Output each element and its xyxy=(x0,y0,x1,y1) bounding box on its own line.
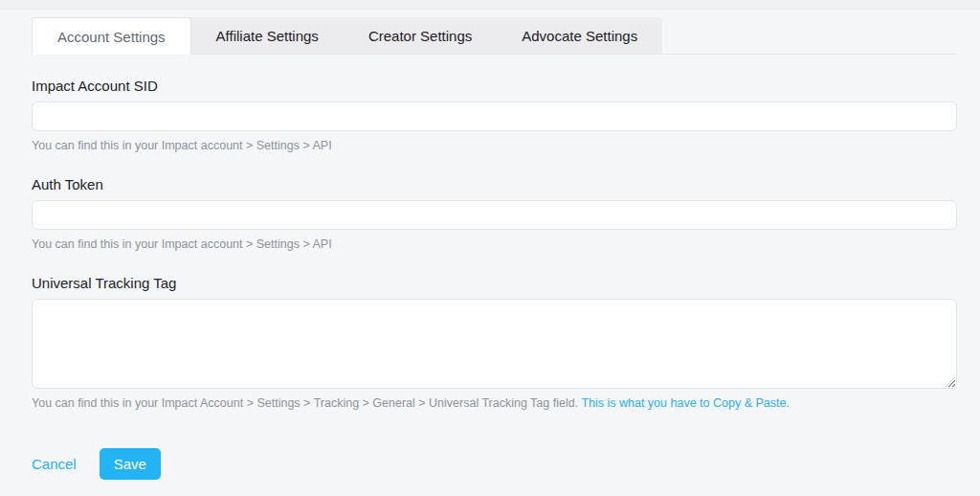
impact-account-sid-label: Impact Account SID xyxy=(32,77,957,96)
tab-advocate-settings[interactable]: Advocate Settings xyxy=(497,17,662,54)
universal-tracking-tag-textarea[interactable] xyxy=(32,299,957,389)
cancel-link[interactable]: Cancel xyxy=(32,456,77,472)
settings-page: Account Settings Affiliate Settings Crea… xyxy=(0,17,980,480)
auth-token-label: Auth Token xyxy=(32,175,957,194)
impact-account-sid-help: You can find this in your Impact account… xyxy=(32,139,957,153)
tab-affiliate-settings[interactable]: Affiliate Settings xyxy=(191,17,344,54)
universal-tracking-tag-wrap xyxy=(32,299,957,389)
auth-token-help: You can find this in your Impact account… xyxy=(32,237,957,252)
universal-tracking-tag-label: Universal Tracking Tag xyxy=(32,274,957,293)
auth-token-input[interactable] xyxy=(32,200,957,230)
universal-tracking-tag-help: You can find this in your Impact Account… xyxy=(32,396,957,411)
form-actions: Cancel Save xyxy=(32,448,957,480)
save-button[interactable]: Save xyxy=(100,448,161,480)
impact-account-sid-input[interactable] xyxy=(32,101,957,131)
tab-account-settings[interactable]: Account Settings xyxy=(32,17,191,55)
universal-tracking-tag-help-text: You can find this in your Impact Account… xyxy=(32,396,578,410)
tab-creator-settings[interactable]: Creator Settings xyxy=(344,17,497,54)
tab-group: Account Settings Affiliate Settings Crea… xyxy=(32,17,662,54)
copy-paste-help-link[interactable]: This is what you have to Copy & Paste. xyxy=(581,396,789,410)
settings-tabbar: Account Settings Affiliate Settings Crea… xyxy=(32,17,957,55)
page-top-band xyxy=(0,0,980,10)
